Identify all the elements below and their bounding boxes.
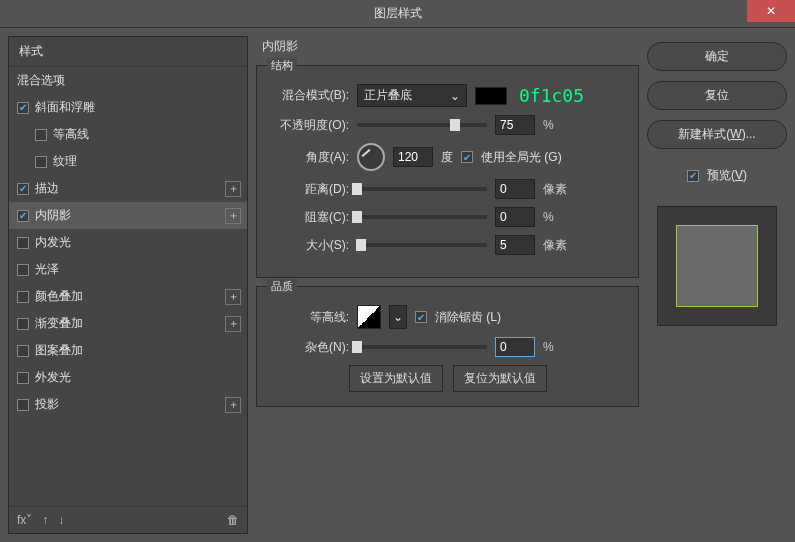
checkbox[interactable] xyxy=(35,156,47,168)
select-value: 正片叠底 xyxy=(364,87,412,104)
preview-swatch xyxy=(676,225,758,307)
sidebar-item-outer-glow[interactable]: 外发光 xyxy=(9,364,247,391)
sidebar-item-label: 描边 xyxy=(35,180,59,197)
sidebar-item-label: 渐变叠加 xyxy=(35,315,83,332)
checkbox[interactable] xyxy=(17,291,29,303)
blend-mode-select[interactable]: 正片叠底⌄ xyxy=(357,84,467,107)
sidebar-item-label: 内阴影 xyxy=(35,207,71,224)
global-light-checkbox[interactable] xyxy=(461,151,473,163)
color-swatch[interactable] xyxy=(475,87,507,105)
add-icon[interactable]: ＋ xyxy=(225,397,241,413)
add-icon[interactable]: ＋ xyxy=(225,181,241,197)
unit: 像素 xyxy=(543,237,575,254)
preview-checkbox[interactable] xyxy=(687,170,699,182)
checkbox[interactable] xyxy=(17,264,29,276)
add-icon[interactable]: ＋ xyxy=(225,316,241,332)
preview-box xyxy=(657,206,777,326)
preview-toggle-row: 预览(V) xyxy=(647,167,787,184)
opacity-input[interactable] xyxy=(495,115,535,135)
sidebar-item-color-overlay[interactable]: 颜色叠加＋ xyxy=(9,283,247,310)
down-icon[interactable]: ↓ xyxy=(58,513,64,527)
sidebar-item-label: 纹理 xyxy=(53,153,77,170)
new-style-label: 新建样式(W)... xyxy=(678,127,755,141)
sidebar-item-label: 斜面和浮雕 xyxy=(35,99,95,116)
styles-sidebar: 样式 混合选项 斜面和浮雕 等高线 纹理 描边＋ 内阴影＋ 内发光 光泽 颜色叠… xyxy=(8,36,248,534)
add-icon[interactable]: ＋ xyxy=(225,208,241,224)
checkbox[interactable] xyxy=(17,345,29,357)
preview-label: 预览(V) xyxy=(707,167,747,184)
color-code: 0f1c05 xyxy=(519,85,584,106)
sidebar-item-texture[interactable]: 纹理 xyxy=(9,148,247,175)
checkbox[interactable] xyxy=(17,183,29,195)
add-icon[interactable]: ＋ xyxy=(225,289,241,305)
sidebar-item-label: 内发光 xyxy=(35,234,71,251)
sidebar-item-drop-shadow[interactable]: 投影＋ xyxy=(9,391,247,418)
chevron-down-icon: ⌄ xyxy=(450,89,460,103)
make-default-button[interactable]: 设置为默认值 xyxy=(349,365,443,392)
antialias-checkbox[interactable] xyxy=(415,311,427,323)
label: 杂色(N): xyxy=(271,339,349,356)
global-light-label: 使用全局光 (G) xyxy=(481,149,562,166)
size-input[interactable] xyxy=(495,235,535,255)
up-icon[interactable]: ↑ xyxy=(42,513,48,527)
checkbox[interactable] xyxy=(17,318,29,330)
size-slider[interactable] xyxy=(357,243,487,247)
opacity-slider[interactable] xyxy=(357,123,487,127)
label: 等高线: xyxy=(271,309,349,326)
sidebar-item-label: 外发光 xyxy=(35,369,71,386)
choke-slider[interactable] xyxy=(357,215,487,219)
antialias-label: 消除锯齿 (L) xyxy=(435,309,501,326)
contour-picker[interactable] xyxy=(357,305,381,329)
label: 混合模式(B): xyxy=(271,87,349,104)
reset-default-button[interactable]: 复位为默认值 xyxy=(453,365,547,392)
titlebar: 图层样式 ✕ xyxy=(0,0,795,28)
angle-row: 角度(A): 度 使用全局光 (G) xyxy=(271,143,624,171)
checkbox[interactable] xyxy=(17,237,29,249)
checkbox[interactable] xyxy=(17,102,29,114)
label: 阻塞(C): xyxy=(271,209,349,226)
cancel-button[interactable]: 复位 xyxy=(647,81,787,110)
sidebar-item-label: 光泽 xyxy=(35,261,59,278)
trash-icon[interactable]: 🗑 xyxy=(227,513,239,527)
group-legend: 结构 xyxy=(267,58,297,73)
checkbox[interactable] xyxy=(17,210,29,222)
action-panel: 确定 复位 新建样式(W)... 预览(V) xyxy=(647,36,787,534)
checkbox[interactable] xyxy=(17,372,29,384)
sidebar-item-inner-shadow[interactable]: 内阴影＋ xyxy=(9,202,247,229)
chevron-down-icon[interactable]: ⌄ xyxy=(389,305,407,329)
sidebar-item-blend-options[interactable]: 混合选项 xyxy=(9,67,247,94)
label: 角度(A): xyxy=(271,149,349,166)
group-legend: 品质 xyxy=(267,279,297,294)
sidebar-item-stroke[interactable]: 描边＋ xyxy=(9,175,247,202)
settings-panel: 内阴影 结构 混合模式(B): 正片叠底⌄ 0f1c05 不透明度(O): % … xyxy=(256,36,639,534)
distance-input[interactable] xyxy=(495,179,535,199)
opacity-row: 不透明度(O): % xyxy=(271,115,624,135)
noise-row: 杂色(N): % xyxy=(271,337,624,357)
angle-dial[interactable] xyxy=(357,143,385,171)
new-style-button[interactable]: 新建样式(W)... xyxy=(647,120,787,149)
quality-group: 品质 等高线: ⌄ 消除锯齿 (L) 杂色(N): % 设置为默认值 复位为默认… xyxy=(256,286,639,407)
sidebar-item-inner-glow[interactable]: 内发光 xyxy=(9,229,247,256)
checkbox[interactable] xyxy=(17,399,29,411)
sidebar-item-satin[interactable]: 光泽 xyxy=(9,256,247,283)
fx-icon[interactable]: fx˅ xyxy=(17,513,32,527)
sidebar-footer: fx˅ ↑ ↓ 🗑 xyxy=(9,506,247,533)
unit: % xyxy=(543,118,575,132)
ok-button[interactable]: 确定 xyxy=(647,42,787,71)
contour-row: 等高线: ⌄ 消除锯齿 (L) xyxy=(271,305,624,329)
sidebar-item-label: 投影 xyxy=(35,396,59,413)
noise-slider[interactable] xyxy=(357,345,487,349)
distance-slider[interactable] xyxy=(357,187,487,191)
choke-input[interactable] xyxy=(495,207,535,227)
sidebar-item-contour[interactable]: 等高线 xyxy=(9,121,247,148)
sidebar-item-pattern-overlay[interactable]: 图案叠加 xyxy=(9,337,247,364)
label: 大小(S): xyxy=(271,237,349,254)
sidebar-item-label: 图案叠加 xyxy=(35,342,83,359)
blend-mode-row: 混合模式(B): 正片叠底⌄ 0f1c05 xyxy=(271,84,624,107)
close-button[interactable]: ✕ xyxy=(747,0,795,22)
noise-input[interactable] xyxy=(495,337,535,357)
checkbox[interactable] xyxy=(35,129,47,141)
sidebar-item-gradient-overlay[interactable]: 渐变叠加＋ xyxy=(9,310,247,337)
angle-input[interactable] xyxy=(393,147,433,167)
sidebar-item-bevel[interactable]: 斜面和浮雕 xyxy=(9,94,247,121)
